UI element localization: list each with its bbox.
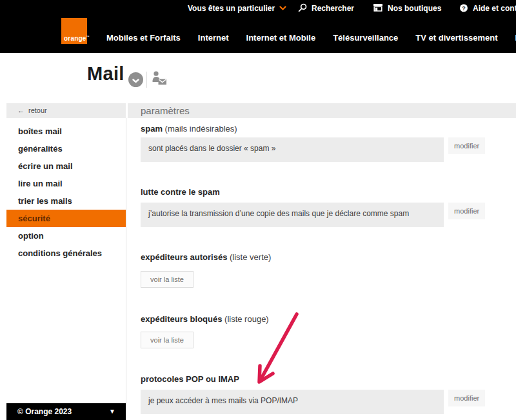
voir-la-liste-button-rouge[interactable]: voir la liste [141, 332, 194, 348]
modifier-button[interactable]: modifier [448, 137, 485, 154]
section-title: expéditeurs bloqués [141, 314, 222, 324]
nav-item-internet-mobile[interactable]: Internet et Mobile [246, 33, 316, 46]
svg-text:?: ? [462, 5, 466, 12]
section-heading-lutte-spam: lutte contre le spam [141, 188, 485, 197]
primary-nav: Mobiles et Forfaits Internet Internet et… [106, 33, 516, 46]
title-divider [146, 72, 147, 88]
audience-label: Vous êtes un particulier [188, 4, 275, 13]
setting-value: je peux accéder à mes mails via POP/IMAP [148, 396, 298, 405]
shops-link[interactable]: Nos boutiques [373, 0, 441, 17]
mail-dropdown-button[interactable] [128, 72, 143, 87]
setting-row-spam: sont placés dans le dossier « spam » mod… [141, 137, 485, 162]
modifier-button[interactable]: modifier [448, 203, 485, 219]
trademark-symbol: ™ [86, 35, 90, 39]
section-heading-protocoles: protocoles POP ou IMAP [141, 375, 485, 384]
nav-item-internet[interactable]: Internet [198, 33, 229, 46]
setting-value: j’autorise la transmission d’une copie d… [148, 209, 409, 218]
voir-la-liste-button-verte[interactable]: voir la liste [141, 271, 194, 288]
footer-collapse-icon[interactable]: ▼ [109, 403, 115, 420]
sidebar: boîtes mail généralités écrire un mail l… [6, 123, 126, 262]
chevron-down-icon [279, 4, 286, 13]
nav-item-mobiles[interactable]: Mobiles et Forfaits [106, 33, 181, 46]
sidebar-item-securite[interactable]: sécurité [6, 210, 126, 227]
section-heading-expediteurs-bloques: expéditeurs bloqués (liste rouge) [141, 315, 485, 324]
sidebar-item-lire-un-mail[interactable]: lire un mail [6, 175, 126, 192]
copyright-label: © Orange 2023 [17, 407, 72, 416]
section-title: protocoles POP ou IMAP [141, 374, 239, 384]
setting-value-box: sont placés dans le dossier « spam » [141, 137, 444, 162]
settings-panel: spam (mails indésirables) sont placés da… [141, 118, 485, 414]
setting-value-box: je peux accéder à mes mails via POP/IMAP [141, 390, 444, 414]
section-title: spam [141, 124, 163, 134]
shop-icon [373, 3, 383, 14]
sidebar-divider [126, 118, 126, 405]
sidebar-item-conditions-generales[interactable]: conditions générales [6, 245, 126, 262]
sidebar-item-option[interactable]: option [6, 227, 126, 245]
logo-text: orange [64, 35, 86, 42]
section-note: (liste verte) [230, 252, 271, 262]
modifier-button[interactable]: modifier [448, 390, 485, 406]
search-label: Rechercher [312, 4, 354, 13]
page-title: Mail [87, 63, 124, 85]
section-title: lutte contre le spam [141, 187, 220, 197]
nav-item-telesurveillance[interactable]: Télésurveillance [333, 33, 398, 46]
setting-value: sont placés dans le dossier « spam » [148, 144, 275, 153]
footer-bar: © Orange 2023 ▼ [6, 403, 126, 420]
sidebar-item-trier-les-mails[interactable]: trier les mails [6, 192, 126, 210]
sidebar-item-ecrire-un-mail[interactable]: écrire un mail [6, 157, 126, 175]
orange-logo[interactable]: orange™ [61, 18, 87, 44]
utility-bar: Vous êtes un particulier Rechercher Nos … [0, 0, 516, 17]
settings-header: paramètres [128, 103, 516, 118]
section-note: (liste rouge) [224, 314, 269, 324]
back-arrow-icon: ← [17, 106, 25, 114]
help-icon: ? [459, 4, 468, 13]
setting-row-protocoles: je peux accéder à mes mails via POP/IMAP… [141, 390, 485, 414]
help-label: Aide et conta [473, 4, 516, 13]
setting-row-lutte-spam: j’autorise la transmission d’une copie d… [141, 203, 485, 227]
help-link[interactable]: ? Aide et conta [459, 0, 516, 17]
section-title: expéditeurs autorisés [141, 252, 227, 262]
section-note: (mails indésirables) [165, 124, 237, 134]
search-icon [298, 3, 307, 14]
section-heading-expediteurs-autorises: expéditeurs autorisés (liste verte) [141, 253, 485, 262]
setting-value-box: j’autorise la transmission d’une copie d… [141, 203, 444, 227]
section-heading-spam: spam (mails indésirables) [141, 125, 485, 134]
audience-selector[interactable]: Vous êtes un particulier [188, 0, 286, 17]
contact-mail-icon[interactable] [151, 70, 168, 90]
back-link[interactable]: ←retour [6, 103, 126, 118]
back-label: retour [28, 106, 47, 114]
site-header: Vous êtes un particulier Rechercher Nos … [0, 0, 516, 53]
shops-label: Nos boutiques [388, 4, 441, 13]
sidebar-item-generalites[interactable]: généralités [6, 140, 126, 157]
chevron-down-icon [132, 74, 139, 86]
sidebar-item-boites-mail[interactable]: boîtes mail [6, 123, 126, 140]
search-link[interactable]: Rechercher [298, 0, 354, 17]
nav-item-tv[interactable]: TV et divertissement [415, 33, 497, 46]
